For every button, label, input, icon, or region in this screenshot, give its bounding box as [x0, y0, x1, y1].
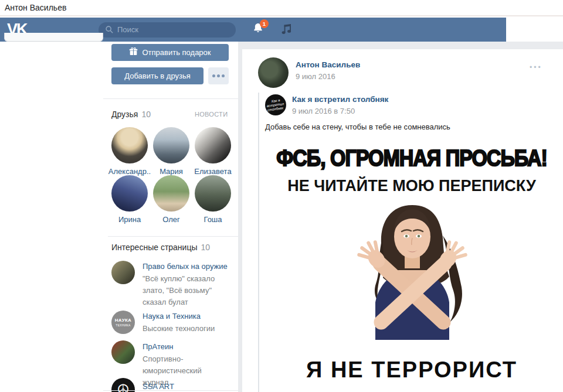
page-title-link[interactable]: Наука и Техника [143, 312, 201, 321]
post-author-avatar[interactable] [258, 57, 289, 88]
friend-avatar [153, 175, 189, 212]
dropdown-remnant [4, 33, 103, 42]
meme-caption-text: Я НЕ ТЕРРОРИСТ [262, 357, 562, 383]
page-avatar [111, 261, 135, 284]
friend-avatar [153, 127, 189, 163]
music-icon[interactable] [280, 23, 294, 37]
page-description: "Всё куплю" сказало злато, "Всё возьму" … [143, 273, 216, 308]
friend-item[interactable]: Мария [150, 127, 193, 176]
notifications-badge: 1 [260, 19, 269, 28]
friends-block-header[interactable]: Друзья10 [111, 110, 151, 119]
friends-count: 10 [141, 110, 151, 119]
page-title-link[interactable]: Право белых на оружие [143, 262, 228, 271]
send-gift-label: Отправить подарок [142, 48, 211, 57]
more-dot [217, 74, 220, 77]
page-title-link[interactable]: SSA ART [143, 382, 174, 391]
repost-date: 9 июл 2016 в 7:50 [292, 107, 355, 115]
sidebar-divider [108, 236, 238, 237]
friend-avatar [195, 127, 231, 163]
friend-item[interactable]: Ирина [108, 175, 151, 224]
friend-item[interactable]: Олег [150, 175, 193, 224]
sidebar-divider [103, 98, 238, 99]
vk-profile-page: Антон Васильев VK Поиск 1 Отправить пода… [0, 0, 563, 392]
post-image[interactable]: ФСБ, ОГРОМНАЯ ПРОСЬБА! НЕ ЧИТАЙТЕ МОЮ ПЕ… [262, 139, 562, 392]
repost-source-avatar[interactable]: Как я встретил столбняк [265, 94, 286, 115]
friend-name: Мария [150, 167, 193, 176]
friend-name: Ирина [108, 215, 151, 224]
meme-title-text: ФСБ, ОГРОМНАЯ ПРОСЬБА! [262, 145, 562, 171]
column-gap [238, 49, 242, 392]
avatar-text: ТЕХНИКА [116, 323, 130, 327]
window-title: Антон Васильев [5, 3, 66, 12]
friends-news-link[interactable]: новости [195, 111, 228, 118]
gift-icon [129, 47, 138, 58]
post-date[interactable]: 9 июл 2016 [296, 72, 335, 81]
post-author-name[interactable]: Антон Васильев [296, 60, 360, 69]
search-icon [105, 25, 113, 36]
friend-item[interactable]: Гоша [191, 175, 235, 224]
page-avatar: НАУКА ТЕХНИКА [111, 311, 135, 334]
pages-count: 10 [201, 243, 211, 252]
page-avatar [111, 340, 135, 364]
friend-item[interactable]: Александр.. [108, 127, 151, 176]
friends-title: Друзья [111, 110, 138, 119]
search-placeholder: Поиск [117, 25, 138, 34]
more-actions-button[interactable] [208, 67, 229, 84]
friend-name: Гоша [191, 215, 235, 224]
friend-avatar [195, 175, 231, 212]
send-gift-button[interactable]: Отправить подарок [111, 44, 229, 61]
page-background-strip [238, 42, 563, 49]
repost-source-name[interactable]: Как я встретил столбняк [292, 95, 388, 104]
sidebar-bottom-edge [103, 390, 238, 391]
post-text: Добавь себе на стену, чтобы в тебе не со… [265, 122, 450, 131]
post-menu-dots[interactable]: ••• [530, 63, 542, 71]
friend-avatar [111, 175, 148, 212]
repost-indicator-line [258, 93, 259, 392]
friend-avatar [111, 127, 148, 163]
meme-subtitle-text: НЕ ЧИТАЙТЕ МОЮ ПЕРЕПИСКУ [262, 177, 562, 195]
browser-title-bar [0, 0, 563, 16]
page-title-link[interactable]: ПрАтеин [143, 342, 173, 351]
woman-crossing-arms-illustration [327, 202, 497, 340]
friend-item[interactable]: Елизавета [191, 127, 235, 176]
page-description: Высокие технологии [143, 323, 236, 335]
pages-title: Интересные страницы [111, 243, 198, 252]
friend-name: Елизавета [191, 167, 235, 176]
more-dot [212, 74, 215, 77]
pages-block-header[interactable]: Интересные страницы10 [111, 243, 210, 252]
add-friend-label: Добавить в друзья [124, 71, 191, 80]
friend-name: Александр.. [108, 167, 151, 176]
avatar-text: НАУКА [115, 318, 131, 323]
friend-name: Олег [150, 215, 193, 224]
more-dot [222, 74, 225, 77]
add-friend-button[interactable]: Добавить в друзья [111, 67, 204, 84]
